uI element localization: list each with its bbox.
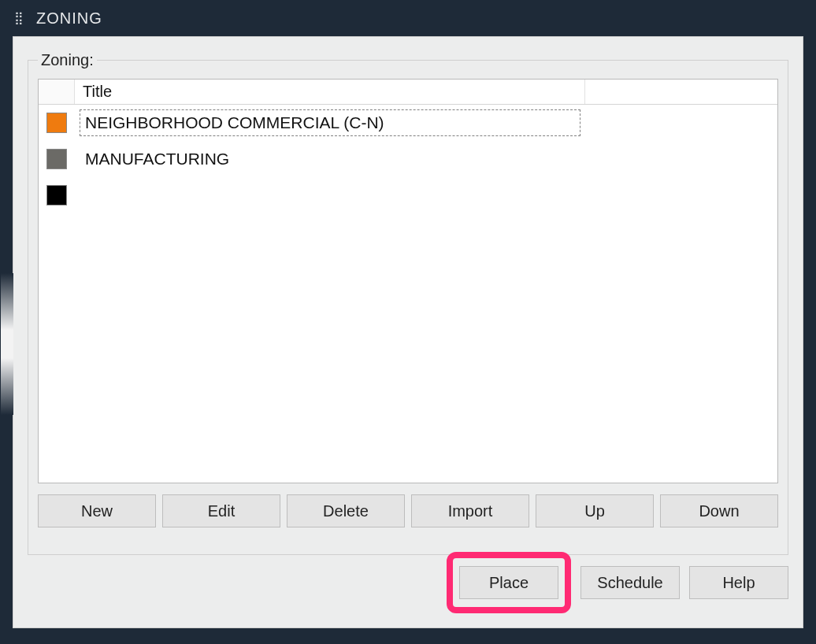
up-button[interactable]: Up — [536, 494, 654, 527]
row-title[interactable]: NEIGHBORHOOD COMMERCIAL (C-N) — [80, 109, 580, 136]
color-swatch[interactable] — [46, 149, 67, 169]
table-row[interactable]: MANUFACTURING — [39, 141, 777, 177]
dialog-body: Zoning: Title NEIGHBORHOOD COMMERCIAL (C… — [13, 36, 803, 628]
swatch-cell[interactable] — [39, 149, 75, 169]
title-cell[interactable]: NEIGHBORHOOD COMMERCIAL (C-N) — [75, 108, 585, 138]
zoning-list[interactable]: Title NEIGHBORHOOD COMMERCIAL (C-N)MANUF… — [38, 79, 778, 483]
header-swatch-col — [39, 80, 75, 104]
row-title[interactable] — [80, 191, 580, 199]
help-button[interactable]: Help — [689, 566, 788, 599]
row-title[interactable]: MANUFACTURING — [80, 146, 580, 172]
header-title-col[interactable]: Title — [75, 80, 585, 104]
window-titlebar: ⣿ ZONING — [0, 0, 816, 36]
zoning-legend: Zoning: — [38, 51, 97, 69]
swatch-cell[interactable] — [39, 185, 75, 205]
down-button[interactable]: Down — [660, 494, 778, 527]
new-button[interactable]: New — [38, 494, 156, 527]
title-cell[interactable]: MANUFACTURING — [75, 144, 585, 174]
list-header: Title — [39, 80, 777, 105]
color-swatch[interactable] — [46, 113, 67, 133]
list-action-row: New Edit Delete Import Up Down — [38, 494, 778, 527]
table-row[interactable]: NEIGHBORHOOD COMMERCIAL (C-N) — [39, 105, 777, 141]
dialog-bottom-row: Place Schedule Help — [447, 552, 788, 613]
place-highlight: Place — [447, 552, 571, 613]
table-row[interactable] — [39, 177, 777, 213]
window-title: ZONING — [36, 9, 102, 28]
edit-button[interactable]: Edit — [162, 494, 280, 527]
delete-button[interactable]: Delete — [287, 494, 405, 527]
place-button[interactable]: Place — [459, 566, 558, 599]
schedule-button[interactable]: Schedule — [580, 566, 680, 599]
import-button[interactable]: Import — [411, 494, 529, 527]
grip-icon: ⣿ — [14, 12, 25, 24]
list-body: NEIGHBORHOOD COMMERCIAL (C-N)MANUFACTURI… — [39, 105, 777, 213]
swatch-cell[interactable] — [39, 113, 75, 133]
title-cell[interactable] — [75, 190, 585, 201]
zoning-group: Zoning: Title NEIGHBORHOOD COMMERCIAL (C… — [28, 51, 788, 555]
sheen-decoration — [1, 273, 13, 415]
color-swatch[interactable] — [46, 185, 67, 205]
